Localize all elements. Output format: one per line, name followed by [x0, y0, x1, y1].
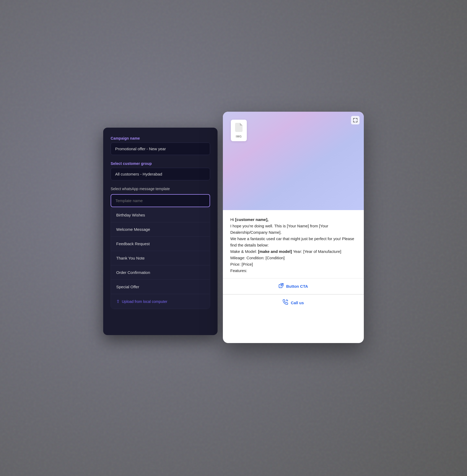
external-link-icon: [279, 283, 283, 289]
main-scene: Campaign name Select customer group Sele…: [103, 112, 364, 364]
dropdown-item-thankyou[interactable]: Thank You Note: [111, 251, 210, 265]
expand-button[interactable]: [351, 116, 360, 124]
greeting-hi: Hi: [230, 217, 235, 222]
upload-label: Upload from local computer: [122, 299, 167, 304]
campaign-name-label: Campaign name: [111, 136, 210, 140]
button-cta[interactable]: Button CTA: [223, 278, 364, 294]
phone-icon: [283, 299, 288, 306]
message-line2: We have a fantastic used car that might …: [230, 236, 354, 247]
customer-group-label: Select customer group: [111, 161, 210, 166]
preview-image-area: IMG: [223, 112, 364, 210]
img-file-icon: IMG: [231, 120, 247, 141]
message-line1: I hope you're doing well. This is [Your …: [230, 224, 328, 235]
dropdown-item-welcome[interactable]: Welcome Message: [111, 222, 210, 237]
template-name-input[interactable]: [111, 194, 210, 207]
message-price: Price: [Price]: [230, 262, 253, 266]
message-content: Hi [customer name], I hope you're doing …: [223, 210, 364, 278]
customer-name-placeholder: [customer name],: [235, 217, 268, 222]
button-cta-label: Button CTA: [286, 284, 308, 289]
message-features: Features:: [230, 268, 247, 273]
upload-icon: ⇧: [116, 299, 120, 304]
message-line3-start: Make & Model:: [230, 249, 258, 254]
dropdown-item-birthday[interactable]: Birthday Wishes: [111, 208, 210, 222]
left-form-panel: Campaign name Select customer group Sele…: [103, 128, 218, 335]
template-input-wrapper: [111, 194, 210, 207]
upload-from-computer[interactable]: ⇧ Upload from local computer: [111, 294, 210, 309]
template-section-label: Select whatsApp message template: [111, 187, 210, 191]
dropdown-item-special[interactable]: Special Offer: [111, 280, 210, 294]
img-label: IMG: [236, 135, 242, 138]
whatsapp-preview-card: IMG Hi [customer name], I hope you're do…: [223, 112, 364, 343]
template-dropdown: Birthday Wishes Welcome Message Feedback…: [111, 208, 210, 309]
document-icon: [235, 123, 243, 134]
make-model-placeholder: [make and model]: [258, 249, 292, 254]
customer-group-input[interactable]: [111, 168, 210, 180]
dropdown-item-order[interactable]: Order Confirmation: [111, 265, 210, 280]
dropdown-item-feedback[interactable]: Feedback Request: [111, 237, 210, 251]
campaign-name-input[interactable]: [111, 143, 210, 155]
button-call-label: Call us: [291, 300, 304, 305]
button-call[interactable]: Call us: [223, 295, 364, 311]
message-body: Hi [customer name], I hope you're doing …: [230, 216, 356, 274]
